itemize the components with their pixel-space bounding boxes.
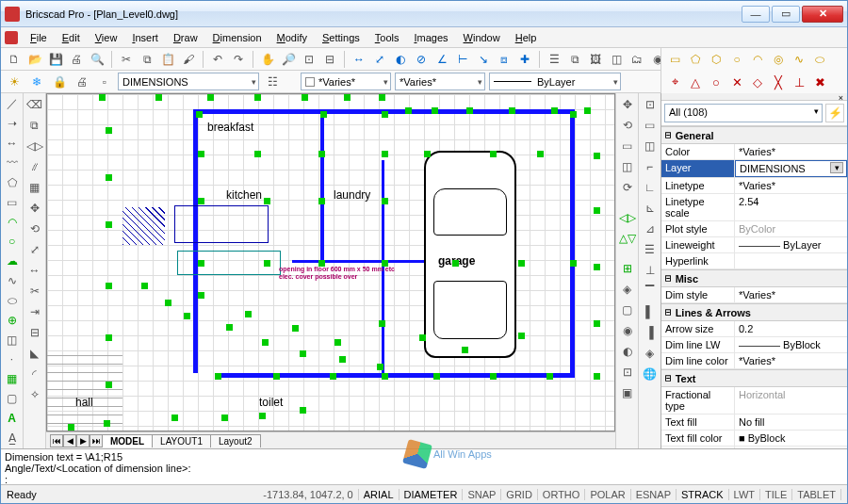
layer-plot-icon[interactable]: 🖨 xyxy=(73,73,91,91)
shade-icon[interactable]: ◐ xyxy=(618,342,637,361)
status-toggle-grid[interactable]: GRID xyxy=(501,489,538,500)
menu-tools[interactable]: Tools xyxy=(368,30,406,45)
status-toggle-tablet[interactable]: TABLET xyxy=(792,489,841,500)
array-icon[interactable]: ▦ xyxy=(25,178,44,197)
layers-mgr-icon[interactable]: ☷ xyxy=(263,73,282,91)
hatch-icon[interactable]: ▦ xyxy=(3,370,22,388)
layer-combo[interactable]: DIMENSIONS xyxy=(118,73,259,90)
tab-model[interactable]: MODEL xyxy=(102,434,153,447)
block-icon[interactable]: ◫ xyxy=(607,50,626,69)
status-toggle-esnap[interactable]: ESNAP xyxy=(631,489,677,500)
wire-icon[interactable]: ⊡ xyxy=(618,363,637,382)
save-icon[interactable]: 💾 xyxy=(46,50,65,69)
menu-help[interactable]: Help xyxy=(509,30,544,45)
front-icon[interactable]: ▌ xyxy=(641,302,660,321)
explorer-icon[interactable]: 🗂 xyxy=(628,50,646,69)
ucs3-icon[interactable]: ⊾ xyxy=(641,199,660,218)
layers-icon[interactable]: ☰ xyxy=(545,50,563,69)
prop-row[interactable]: Dim style*Varies* xyxy=(661,287,847,303)
3d-icon[interactable]: ◉ xyxy=(618,321,637,340)
layer-lock-icon[interactable]: 🔒 xyxy=(50,73,69,91)
plan-icon[interactable]: ▢ xyxy=(618,301,637,319)
snap-mid-icon[interactable]: △ xyxy=(686,73,705,91)
extend-icon[interactable]: ⇥ xyxy=(25,302,44,321)
prop-value[interactable]: ———— ByLayer xyxy=(735,237,847,252)
open-icon[interactable]: 📂 xyxy=(25,50,44,69)
prop-row[interactable]: Text color*Varies* xyxy=(661,447,847,448)
preview-icon[interactable]: 🔍 xyxy=(88,50,106,69)
snap-none-icon[interactable]: ✖ xyxy=(810,73,829,91)
prop-value[interactable]: DIMENSIONS xyxy=(735,160,847,177)
polygon-icon[interactable]: ⬠ xyxy=(3,173,22,191)
dim-tol-icon[interactable]: ⧈ xyxy=(495,50,514,69)
zoom-ext-icon[interactable]: ⊡ xyxy=(641,95,660,114)
image-icon[interactable]: 🖼 xyxy=(586,50,605,69)
tab-prev-icon[interactable]: ◀ xyxy=(63,434,76,447)
color-combo[interactable]: *Varies* xyxy=(301,73,391,90)
iso-icon[interactable]: ◈ xyxy=(618,280,637,299)
line-icon[interactable]: ／ xyxy=(3,95,22,113)
circ-icon[interactable]: ○ xyxy=(727,50,746,69)
snap-perp-icon[interactable]: ⊥ xyxy=(790,73,808,91)
status-toggle-ortho[interactable]: ORTHO xyxy=(538,489,586,500)
prop-value[interactable]: Horizontal xyxy=(735,387,847,414)
menu-images[interactable]: Images xyxy=(407,30,454,45)
prop-category[interactable]: ⊟ Text xyxy=(661,369,847,387)
selection-combo[interactable]: All (108) xyxy=(664,104,823,122)
break-icon[interactable]: ⊟ xyxy=(25,323,44,342)
quick-select-icon[interactable]: ⚡ xyxy=(825,104,844,122)
tab-next-icon[interactable]: ▶ xyxy=(76,434,90,447)
copy-icon[interactable]: ⧉ xyxy=(138,50,156,69)
mtext-icon[interactable]: A̲ xyxy=(3,429,22,447)
poly-icon[interactable]: ⬠ xyxy=(686,50,705,69)
menu-dimension[interactable]: Dimension xyxy=(206,30,269,45)
status-toggle-diameter[interactable]: DIAMETER xyxy=(400,489,464,500)
rect2-icon[interactable]: ▭ xyxy=(3,193,22,211)
dim-leader-icon[interactable]: ↘ xyxy=(474,50,493,69)
offset-icon[interactable]: ⫽ xyxy=(25,157,44,176)
prop-row[interactable]: Color*Varies* xyxy=(661,144,847,160)
print-icon[interactable]: 🖨 xyxy=(67,50,86,69)
arc2-icon[interactable]: ◠ xyxy=(3,213,22,231)
prop-value[interactable]: *Varies* xyxy=(735,287,847,302)
scale-icon[interactable]: ⤢ xyxy=(25,240,44,259)
dim-linear-icon[interactable]: ↔ xyxy=(350,50,368,69)
prop-row[interactable]: Arrow size0.2 xyxy=(661,321,847,337)
maximize-button[interactable]: ▭ xyxy=(772,6,800,23)
flip-icon[interactable]: △▽ xyxy=(618,229,637,248)
panel-close-icon[interactable]: × xyxy=(661,93,847,101)
prop-value[interactable]: *Varies* xyxy=(735,178,847,193)
drawing-canvas[interactable]: breakfast kitchen laundry garage toilet … xyxy=(46,93,615,431)
prop-value[interactable]: ———— ByBlock xyxy=(735,337,847,352)
top-icon[interactable]: ▔ xyxy=(641,282,660,301)
circle-icon[interactable]: ○ xyxy=(3,233,22,251)
prop-value[interactable]: *Varies* xyxy=(735,447,847,448)
block2-icon[interactable]: ◫ xyxy=(3,331,22,349)
dim-aligned-icon[interactable]: ⤢ xyxy=(370,50,389,69)
insert-icon[interactable]: ⊕ xyxy=(3,311,22,329)
layer-state-icon[interactable]: ☀ xyxy=(5,73,24,91)
prop-row[interactable]: Text fill color■ ByBlock xyxy=(661,431,847,447)
ellipse-icon[interactable]: ⬭ xyxy=(810,50,829,69)
iso2-icon[interactable]: ◈ xyxy=(641,344,660,363)
grid-icon[interactable]: ⊞ xyxy=(618,259,637,278)
tab-last-icon[interactable]: ⏭ xyxy=(90,434,103,447)
rect-icon[interactable]: ▭ xyxy=(665,50,684,69)
vp2-icon[interactable]: ◫ xyxy=(618,157,637,176)
rotate-icon[interactable]: ⟲ xyxy=(25,219,44,238)
close-button[interactable]: ✕ xyxy=(802,6,843,23)
ellipse2-icon[interactable]: ⬭ xyxy=(3,291,22,309)
new-icon[interactable]: 🗋 xyxy=(5,50,24,69)
prop-value[interactable]: ByColor xyxy=(735,221,847,236)
pline-icon[interactable]: 〰 xyxy=(3,154,22,172)
ray-icon[interactable]: ➝ xyxy=(3,115,22,133)
trim-icon[interactable]: ✂ xyxy=(25,282,44,301)
zoom-sel-icon[interactable]: ◫ xyxy=(641,137,660,155)
wcs-icon[interactable]: ⊿ xyxy=(641,219,660,238)
menu-window[interactable]: Window xyxy=(457,30,507,45)
pan-icon[interactable]: ✋ xyxy=(258,50,277,69)
match-icon[interactable]: 🖌 xyxy=(179,50,198,69)
zoom-all-icon[interactable]: ▭ xyxy=(641,116,660,135)
menu-edit[interactable]: Edit xyxy=(56,30,87,45)
prop-row[interactable]: Plot styleByColor xyxy=(661,221,847,237)
